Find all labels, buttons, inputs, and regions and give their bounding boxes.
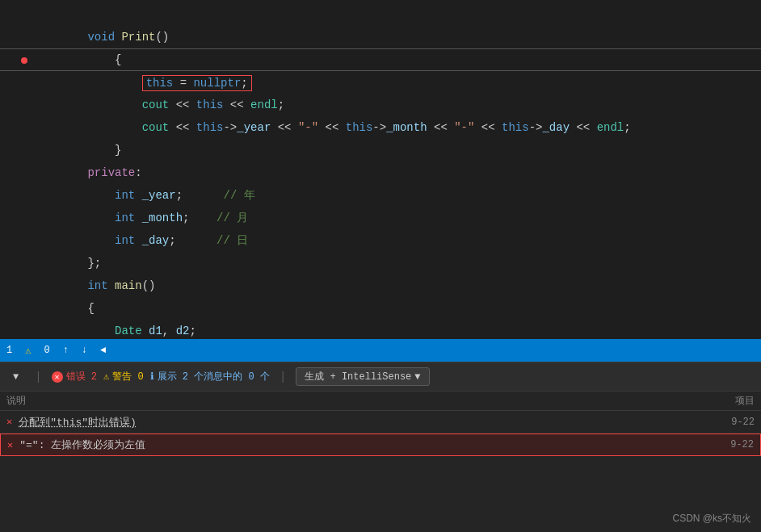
warning-count-label: 警告 0 bbox=[112, 370, 143, 383]
error-item-location-2: 9-22 bbox=[705, 439, 754, 450]
error-item-text-1: 分配到"this"时出错误) bbox=[19, 415, 706, 429]
error-item-text-2: "=": 左操作数必须为左值 bbox=[19, 438, 705, 452]
generate-dropdown-icon: ▼ bbox=[414, 371, 420, 383]
attribution: CSDN @ks不知火 bbox=[672, 512, 751, 526]
code-line-init-call: d1.Init(2022, 1, 11); bbox=[0, 320, 761, 339]
code-line-private: private: bbox=[0, 139, 761, 161]
status-arrow-left[interactable]: ◄ bbox=[100, 345, 106, 356]
status-bar: 1 ⚠ 0 ↑ ↓ ◄ bbox=[0, 339, 761, 362]
error-item-icon-2: ✕ bbox=[7, 439, 13, 451]
header-desc: 说明 bbox=[6, 394, 706, 408]
code-line-brace-close: } bbox=[0, 116, 761, 139]
code-line-date-decl: Date d1, d2; bbox=[0, 297, 761, 320]
panel-dropdown-btn[interactable]: ▼ bbox=[6, 370, 25, 384]
warning-badge[interactable]: ⚠ 警告 0 bbox=[103, 370, 144, 383]
toolbar-separator: | bbox=[35, 371, 41, 383]
code-editor[interactable]: void Print() { this = nullptr; cout << t… bbox=[0, 0, 761, 339]
code-content: d1.Init(2022, 1, 11); bbox=[40, 320, 761, 339]
error-item-icon-1: ✕ bbox=[6, 416, 12, 428]
error-icon: ✕ bbox=[52, 371, 63, 383]
code-line-cout-date: cout << this->_year << "-" << this->_mon… bbox=[0, 94, 761, 116]
code-line-brace-open: { bbox=[0, 26, 761, 48]
header-proj: 项目 bbox=[706, 394, 755, 408]
status-warning-icon: ⚠ bbox=[25, 345, 31, 357]
code-line-int-main: int main() bbox=[0, 252, 761, 274]
generate-label: 生成 + IntelliSense bbox=[305, 370, 411, 383]
code-line-cout-this: cout << this << endl; bbox=[0, 71, 761, 94]
dropdown-arrow-icon: ▼ bbox=[13, 371, 19, 383]
bottom-panel: ▼ | ✕ 错误 2 ⚠ 警告 0 ℹ 展示 2 个消息中的 0 个 | 生成 … bbox=[0, 362, 761, 532]
status-line-number: 1 bbox=[6, 345, 12, 356]
status-arrow-down[interactable]: ↓ bbox=[82, 345, 87, 356]
generate-intellisense-btn[interactable]: 生成 + IntelliSense ▼ bbox=[296, 367, 429, 386]
code-line-void-print: void Print() bbox=[0, 3, 761, 26]
code-line-int-year: int _year; // 年 bbox=[0, 161, 761, 184]
info-badge[interactable]: ℹ 展示 2 个消息中的 0 个 bbox=[150, 370, 270, 383]
error-list-header: 说明 项目 bbox=[0, 392, 761, 411]
error-count-label: 错误 2 bbox=[66, 370, 97, 383]
info-count-label: 展示 2 个消息中的 0 个 bbox=[158, 370, 270, 383]
code-line-int-month: int _month; // 月 bbox=[0, 184, 761, 207]
error-item-1[interactable]: ✕ 分配到"this"时出错误) 9-22 bbox=[0, 411, 761, 434]
status-warning-count: 0 bbox=[44, 345, 49, 356]
code-line-error: this = nullptr; bbox=[0, 48, 761, 71]
line-gutter-error bbox=[0, 57, 40, 64]
code-line-brace-semi: }; bbox=[0, 229, 761, 252]
toolbar-separator2: | bbox=[280, 371, 286, 383]
code-line-main-brace: { bbox=[0, 274, 761, 297]
info-icon: ℹ bbox=[150, 371, 154, 383]
status-arrow-up[interactable]: ↑ bbox=[63, 345, 69, 356]
error-item-2[interactable]: ✕ "=": 左操作数必须为左值 9-22 bbox=[0, 434, 761, 456]
warning-icon: ⚠ bbox=[103, 371, 109, 383]
error-item-location-1: 9-22 bbox=[706, 417, 755, 428]
code-line-int-day: int _day; // 日 bbox=[0, 207, 761, 229]
panel-toolbar: ▼ | ✕ 错误 2 ⚠ 警告 0 ℹ 展示 2 个消息中的 0 个 | 生成 … bbox=[0, 362, 761, 392]
error-badge[interactable]: ✕ 错误 2 bbox=[52, 370, 97, 383]
